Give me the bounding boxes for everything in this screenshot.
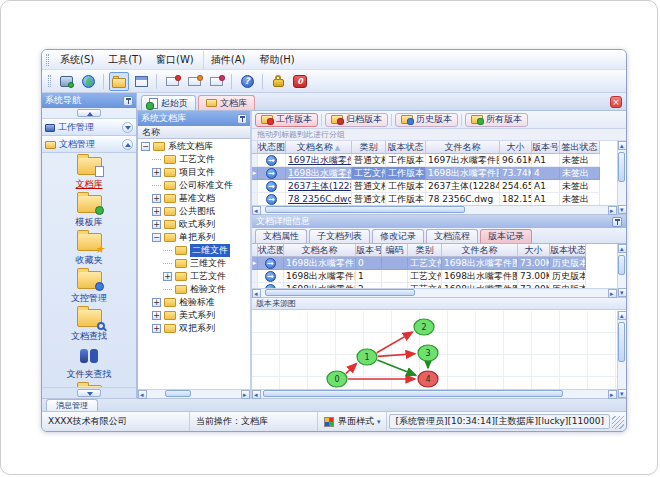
pin-icon[interactable] — [123, 96, 133, 106]
tree-node[interactable]: +检验标准 — [138, 296, 250, 309]
sidebar-item[interactable]: 收藏夹 — [76, 233, 103, 267]
scroll-thumb[interactable] — [618, 322, 625, 362]
tab-message-management[interactable]: 消息管理 — [46, 399, 98, 411]
tree-expand-plus[interactable]: + — [163, 272, 172, 281]
vertical-scrollbar[interactable] — [617, 141, 626, 214]
menu-item[interactable]: 插件(A) — [203, 51, 253, 69]
scroll-track[interactable] — [618, 320, 626, 389]
vertical-scrollbar[interactable] — [617, 311, 626, 398]
column-header[interactable]: 编码 — [382, 244, 408, 257]
table-row[interactable]: 78 2356C.dwg普通文档工作版本78 2356C.dwg182.15KB… — [252, 193, 617, 205]
scroll-up-button[interactable] — [618, 244, 627, 253]
version-filter-button[interactable]: 历史版本 — [395, 113, 458, 127]
horizontal-scrollbar[interactable] — [138, 389, 250, 398]
tree-node[interactable]: +美式系列 — [138, 309, 250, 322]
column-header[interactable]: 状态图 — [258, 244, 284, 257]
scroll-thumb[interactable] — [263, 390, 563, 397]
interface-style-button[interactable]: 界面样式 — [318, 412, 388, 431]
column-header[interactable]: 版本状态 — [550, 244, 586, 257]
menu-item[interactable]: 工具(T) — [101, 51, 149, 69]
column-header[interactable]: 签出状态 — [560, 141, 600, 154]
tree-node[interactable]: −单把系列 — [138, 231, 250, 244]
column-header[interactable]: 版本号 — [356, 244, 382, 257]
scroll-track[interactable] — [618, 150, 626, 205]
detail-tab[interactable]: 版本记录 — [480, 229, 532, 243]
tree-column-header[interactable]: 名称 — [138, 126, 250, 139]
column-header[interactable]: 状态图 — [258, 141, 286, 154]
mail-alert-icon[interactable] — [206, 72, 226, 91]
tree-node[interactable]: −系统文档库 — [138, 140, 250, 153]
column-header[interactable]: 类别 — [408, 244, 442, 257]
scroll-right-button[interactable] — [608, 289, 617, 298]
tree-expand-minus[interactable]: − — [141, 142, 150, 151]
tree-expand-plus[interactable]: + — [152, 311, 161, 320]
document-tab[interactable]: 起始页 — [141, 95, 196, 110]
vertical-scrollbar[interactable] — [617, 244, 626, 297]
column-header[interactable]: 版本号 — [532, 141, 560, 154]
detail-tab[interactable]: 文档流程 — [426, 229, 478, 243]
scroll-thumb[interactable] — [165, 390, 191, 397]
grid-icon[interactable] — [131, 72, 151, 91]
scroll-thumb[interactable] — [618, 255, 625, 275]
scroll-track[interactable] — [618, 253, 626, 288]
monitor-icon[interactable] — [56, 72, 76, 91]
lock-icon[interactable] — [268, 72, 288, 91]
scroll-track[interactable] — [147, 390, 241, 398]
table-row[interactable]: 2637主体(12284).dwg普通文档工作版本2637主体(12284).d… — [252, 180, 617, 193]
sidebar-item[interactable]: 文档库 — [76, 157, 103, 191]
version-node[interactable]: 1 — [357, 349, 377, 365]
sidebar-group-work[interactable]: 工作管理 — [42, 119, 136, 136]
tree-expand-plus[interactable]: + — [152, 207, 161, 216]
column-header[interactable]: 文件名称 — [426, 141, 500, 154]
scroll-down-button[interactable] — [618, 205, 627, 214]
scroll-down-button[interactable] — [618, 288, 627, 297]
column-header[interactable]: 大小 — [518, 244, 550, 257]
tree-expand-plus[interactable]: + — [152, 324, 161, 333]
scroll-left-button[interactable] — [138, 390, 147, 399]
table-row[interactable]: ▸1698出水嘴零件图.dwg0工艺文件1698出水嘴零件图.dwg73.00K… — [252, 257, 617, 270]
version-node[interactable]: 3 — [418, 345, 438, 361]
version-filter-button[interactable]: 所有版本 — [465, 113, 528, 127]
column-header[interactable]: 大小 — [500, 141, 532, 154]
close-icon[interactable] — [610, 96, 622, 108]
version-filter-button[interactable]: 归档版本 — [325, 113, 388, 127]
column-header[interactable]: 版本状态 — [386, 141, 426, 154]
globe-icon[interactable] — [78, 72, 98, 91]
version-node[interactable]: 2 — [414, 319, 434, 335]
tree-node[interactable]: 检验文件 — [138, 283, 250, 296]
tree-node[interactable]: +基准文档 — [138, 192, 250, 205]
mail-new-icon[interactable] — [162, 72, 182, 91]
document-tab[interactable]: 文档库 — [198, 95, 255, 110]
exit-icon[interactable] — [290, 72, 310, 91]
column-header[interactable]: 文档名称 — [284, 244, 356, 257]
version-filter-button[interactable]: 工作版本 — [255, 113, 318, 127]
toolbar-drag-handle[interactable] — [48, 75, 51, 87]
scroll-left-button[interactable] — [252, 289, 261, 298]
horizontal-scrollbar[interactable] — [252, 288, 617, 297]
detail-tab[interactable]: 修改记录 — [372, 229, 424, 243]
scroll-down-button[interactable] — [618, 389, 627, 398]
column-header[interactable]: 类别 — [352, 141, 386, 154]
collapse-down-button[interactable] — [77, 389, 101, 397]
pin-icon[interactable] — [612, 217, 622, 227]
scroll-thumb[interactable] — [265, 206, 465, 213]
sidebar-item[interactable]: 文控管理 — [71, 271, 107, 305]
open-folder-icon[interactable] — [109, 72, 129, 91]
menu-item[interactable]: 系统(S) — [53, 51, 101, 69]
tree-expand-plus[interactable]: + — [152, 220, 161, 229]
resize-grip[interactable] — [612, 416, 624, 429]
horizontal-scrollbar[interactable] — [252, 205, 617, 214]
sidebar-item[interactable]: 模板库 — [76, 195, 103, 229]
menu-item[interactable]: 窗口(W) — [149, 51, 201, 69]
chevron-down-icon[interactable] — [122, 122, 133, 133]
tree-expand-minus[interactable]: − — [152, 233, 161, 242]
chevron-up-icon[interactable] — [122, 139, 133, 150]
table-row[interactable]: ▸1698出水嘴零件图.dwg工艺文件工作版本1698出水嘴零件图.dwg73.… — [252, 167, 617, 180]
scroll-right-button[interactable] — [608, 206, 617, 215]
tree-node[interactable]: +双把系列 — [138, 322, 250, 335]
menu-drag-handle[interactable] — [46, 54, 49, 66]
menu-item[interactable]: 帮助(H) — [252, 51, 301, 69]
version-node[interactable]: 4 — [418, 371, 438, 387]
horizontal-scrollbar[interactable] — [252, 389, 617, 398]
scroll-left-button[interactable] — [252, 206, 261, 215]
